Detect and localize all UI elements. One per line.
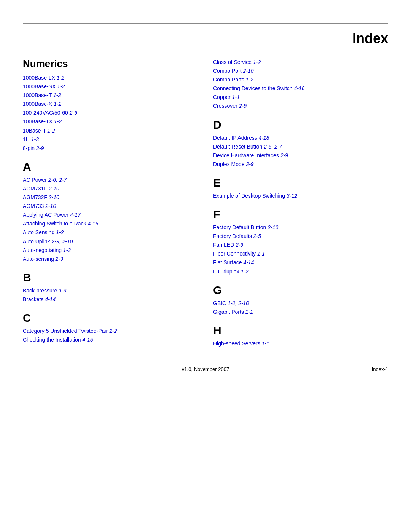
index-link[interactable]: High-speed Servers 1-1 bbox=[213, 339, 388, 348]
numerics-heading: Numerics bbox=[23, 58, 198, 70]
index-link[interactable]: 100-240VAC/50-60 2-6 bbox=[23, 109, 198, 117]
index-link[interactable]: Crossover 2-9 bbox=[213, 102, 388, 110]
section-block: CCategory 5 Unshielded Twisted-Pair 1-2C… bbox=[23, 312, 198, 344]
index-link[interactable]: 1000Base-T 1-2 bbox=[23, 91, 198, 100]
index-link[interactable]: 1000Base-X 1-2 bbox=[23, 100, 198, 109]
index-link[interactable]: Auto-negotiating 1-3 bbox=[23, 246, 198, 255]
section-letter-heading: C bbox=[23, 312, 198, 324]
index-link[interactable]: 10Base-T 1-2 bbox=[23, 126, 198, 135]
index-link[interactable]: AGM733 2-10 bbox=[23, 202, 198, 211]
section-letter-heading: E bbox=[213, 176, 388, 189]
index-link[interactable]: Auto-sensing 2-9 bbox=[23, 255, 198, 264]
page: Index Numerics 1000Base-LX 1-21000Base-S… bbox=[0, 23, 411, 532]
footer: v1.0, November 2007 Index-1 bbox=[0, 363, 411, 372]
index-link[interactable]: 100Base-TX 1-2 bbox=[23, 117, 198, 126]
index-link[interactable]: Back-pressure 1-3 bbox=[23, 286, 198, 295]
footer-page: Index-1 bbox=[362, 366, 388, 372]
index-link[interactable]: Auto Sensing 1-2 bbox=[23, 228, 198, 237]
index-link[interactable]: Fan LED 2-9 bbox=[213, 241, 388, 249]
index-link[interactable]: Brackets 4-14 bbox=[23, 295, 198, 304]
content-area: Numerics 1000Base-LX 1-21000Base-SX 1-21… bbox=[0, 58, 411, 351]
section-letter-heading: D bbox=[213, 118, 388, 131]
left-column: Numerics 1000Base-LX 1-21000Base-SX 1-21… bbox=[23, 58, 198, 351]
index-link[interactable]: Combo Port 2-10 bbox=[213, 67, 388, 75]
right-sections: Class of Service 1-2Combo Port 2-10Combo… bbox=[213, 58, 388, 348]
index-link[interactable]: Gigabit Ports 1-1 bbox=[213, 308, 388, 316]
index-link[interactable]: Factory Defaults 2-5 bbox=[213, 232, 388, 241]
index-link[interactable]: Connecting Devices to the Switch 4-16 bbox=[213, 84, 388, 93]
index-link[interactable]: Auto Uplink 2-9, 2-10 bbox=[23, 237, 198, 246]
section-letter-heading: H bbox=[213, 324, 388, 337]
index-link[interactable]: Checking the Installation 4-15 bbox=[23, 335, 198, 344]
section-block: Class of Service 1-2Combo Port 2-10Combo… bbox=[213, 58, 388, 111]
index-link[interactable]: Default IP Address 4-18 bbox=[213, 134, 388, 142]
index-link[interactable]: GBIC 1-2, 2-10 bbox=[213, 299, 388, 308]
index-link[interactable]: 1U 1-3 bbox=[23, 135, 198, 144]
index-link[interactable]: Flat Surface 4-14 bbox=[213, 258, 388, 267]
section-letter-heading: F bbox=[213, 208, 388, 221]
index-link[interactable]: Full-duplex 1-2 bbox=[213, 267, 388, 276]
section-block: DDefault IP Address 4-18Default Reset Bu… bbox=[213, 118, 388, 169]
left-sections: AAC Power 2-6, 2-7AGM731F 2-10AGM732F 2-… bbox=[23, 160, 198, 344]
index-link[interactable]: Category 5 Unshielded Twisted-Pair 1-2 bbox=[23, 327, 198, 335]
index-link[interactable]: Fiber Connectivity 1-1 bbox=[213, 249, 388, 258]
index-link[interactable]: Class of Service 1-2 bbox=[213, 58, 388, 67]
section-letter-heading: A bbox=[23, 160, 198, 173]
index-link[interactable]: AGM731F 2-10 bbox=[23, 184, 198, 193]
section-block: GGBIC 1-2, 2-10Gigabit Ports 1-1 bbox=[213, 284, 388, 316]
index-link[interactable]: AGM732F 2-10 bbox=[23, 193, 198, 202]
section-letter-heading: G bbox=[213, 284, 388, 297]
index-link[interactable]: Example of Desktop Switching 3-12 bbox=[213, 192, 388, 200]
numerics-items: 1000Base-LX 1-21000Base-SX 1-21000Base-T… bbox=[23, 73, 198, 153]
index-link[interactable]: Copper 1-1 bbox=[213, 93, 388, 102]
section-block: BBack-pressure 1-3Brackets 4-14 bbox=[23, 271, 198, 304]
index-link[interactable]: Default Reset Button 2-5, 2-7 bbox=[213, 142, 388, 151]
index-link[interactable]: Duplex Mode 2-9 bbox=[213, 160, 388, 169]
section-letter-heading: B bbox=[23, 271, 198, 284]
index-link[interactable]: Combo Ports 1-2 bbox=[213, 75, 388, 84]
index-link[interactable]: Applying AC Power 4-17 bbox=[23, 211, 198, 219]
numerics-section: Numerics 1000Base-LX 1-21000Base-SX 1-21… bbox=[23, 58, 198, 153]
index-link[interactable]: 8-pin 2-9 bbox=[23, 144, 198, 153]
page-title: Index bbox=[0, 24, 411, 58]
section-block: HHigh-speed Servers 1-1 bbox=[213, 324, 388, 348]
section-block: FFactory Default Button 2-10Factory Defa… bbox=[213, 208, 388, 276]
section-block: EExample of Desktop Switching 3-12 bbox=[213, 176, 388, 200]
index-link[interactable]: Attaching Switch to a Rack 4-15 bbox=[23, 219, 198, 228]
footer-version: v1.0, November 2007 bbox=[49, 366, 362, 372]
section-block: AAC Power 2-6, 2-7AGM731F 2-10AGM732F 2-… bbox=[23, 160, 198, 264]
index-link[interactable]: 1000Base-LX 1-2 bbox=[23, 73, 198, 82]
right-column: Class of Service 1-2Combo Port 2-10Combo… bbox=[213, 58, 388, 351]
index-link[interactable]: 1000Base-SX 1-2 bbox=[23, 82, 198, 91]
index-link[interactable]: AC Power 2-6, 2-7 bbox=[23, 176, 198, 184]
index-link[interactable]: Device Hardware Interfaces 2-9 bbox=[213, 151, 388, 160]
index-link[interactable]: Factory Default Button 2-10 bbox=[213, 223, 388, 232]
